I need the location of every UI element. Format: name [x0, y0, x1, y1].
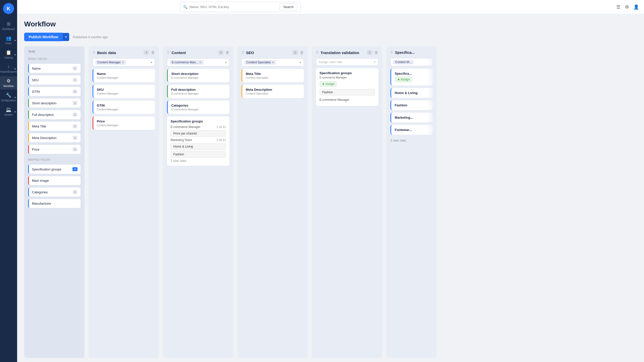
field-card-specifica-0[interactable]: Specifica... ★ Assign [390, 69, 433, 85]
page-content: Workflow Publish Workflow ▾ Published 4 … [17, 14, 644, 362]
sidebar-item-import-exports[interactable]: ↕ Import/Exports ▶ [0, 62, 17, 75]
sidebar-item-configuration[interactable]: 🔧 Configuration ▶ [0, 90, 17, 104]
task-field-meta-title[interactable]: Meta Title 1 [28, 122, 80, 131]
task-field-gtin[interactable]: GTIN 1 [28, 87, 80, 96]
delete-icon[interactable]: 🗑 [374, 50, 378, 55]
publish-workflow-btn[interactable]: Publish Workflow ▾ [24, 33, 69, 41]
basic-data-role-selector[interactable]: Content Manager ✕ ▾ [93, 58, 155, 66]
toolbar: Publish Workflow ▾ Published 4 months ag… [24, 33, 637, 41]
basic-data-column: ⠿ Basic data 4 🗑 Content Manager ✕ ▾ Nam… [89, 46, 159, 358]
topbar: 🔍 Search ☰ ⚙ 👤 [17, 0, 644, 14]
user-icon[interactable]: 👤 [633, 4, 639, 10]
specifica-column: ⠿ Specifica... Content M... Specifica...… [386, 46, 437, 358]
field-card-specifica-2[interactable]: Fashion [390, 100, 433, 110]
sidebar-item-label: Import/Exports [0, 70, 17, 73]
sidebar-item-label: System [4, 113, 13, 116]
spec-tag-price-per-channel[interactable]: Price per channel [171, 130, 226, 137]
field-card-full-desc[interactable]: Full description E-commerce Manager [167, 85, 229, 98]
content-column: ⠿ Content 4 🗑 E-commerce Man... ✕ ▾ Shor… [163, 46, 233, 358]
task-field-full-desc[interactable]: Full description 1 [28, 110, 80, 119]
publish-dropdown-button[interactable]: ▾ [63, 33, 69, 41]
field-card-name[interactable]: Name Content Manager [93, 69, 155, 82]
col-title-content: Content [172, 51, 216, 55]
task-field-main-image[interactable]: Main image [28, 176, 80, 185]
specifica-role-selector[interactable]: Content M... [390, 58, 433, 66]
mapped-fields-label: MAPPED FIELDS [28, 158, 80, 161]
page-title: Workflow [24, 20, 637, 28]
sidebar-item-users[interactable]: 👥 Users ▶ [0, 33, 17, 47]
assign-button[interactable]: ★ Assign [319, 81, 337, 87]
translation-validation-column: ⠿ Translation validation 1 🗑 Assign user… [312, 46, 382, 358]
sidebar-item-catalog[interactable]: 📋 Catalog ▶ [0, 48, 17, 61]
spec-sub-marketing: Marketing Team 2 of 11 [171, 138, 226, 142]
remove-role-icon[interactable]: ✕ [272, 61, 274, 64]
field-card-short-desc[interactable]: Short description E-commerce Manager [167, 69, 229, 82]
task-field-meta-desc[interactable]: Meta Description 1 [28, 133, 80, 142]
sidebar: K ⊞ Dashboard 👥 Users ▶ 📋 Catalog ▶ ↕ Im… [0, 0, 17, 362]
seo-role-selector[interactable]: Content Specialist ✕ ▾ [242, 58, 304, 66]
publish-main-button[interactable]: Publish Workflow [24, 33, 63, 41]
drag-handle-icon[interactable]: ⠿ [390, 51, 393, 55]
sidebar-item-label: Catalog [4, 56, 13, 59]
field-card-specifica-1[interactable]: Home & Living [390, 88, 433, 98]
col-count: 4 [218, 50, 223, 55]
spec-sub-ecommerce: E-commerce Manager 1 of 11 [171, 125, 226, 129]
field-card-price[interactable]: Price Content Manager [93, 116, 155, 130]
delete-icon[interactable]: 🗑 [300, 50, 304, 55]
drag-handle-icon[interactable]: ⠿ [167, 51, 170, 55]
drag-handle-icon[interactable]: ⠿ [93, 51, 95, 55]
chevron-down-icon: ▾ [374, 60, 376, 64]
sidebar-item-system[interactable]: 💻 System ▶ [0, 105, 17, 118]
chevron-right-icon: ▶ [15, 53, 16, 56]
delete-icon[interactable]: 🗑 [225, 50, 229, 55]
content-role-selector[interactable]: E-commerce Man... ✕ ▾ [167, 58, 229, 66]
spec-tag-home-living[interactable]: Home & Living [171, 143, 226, 150]
list-icon[interactable]: ☰ [616, 4, 620, 10]
task-field-price[interactable]: Price 1 [28, 145, 80, 154]
task-field-name[interactable]: Name 1 [28, 64, 80, 73]
col-title-translation: Translation validation [320, 51, 365, 55]
assign-btn-specifica[interactable]: ★ Assign [395, 76, 412, 82]
spec-tag-fashion[interactable]: Fashion [171, 151, 226, 158]
seo-col-header: ⠿ SEO 2 🗑 [242, 50, 304, 55]
search-box[interactable]: 🔍 Search [180, 2, 301, 12]
dashboard-icon: ⊞ [7, 21, 11, 27]
task-column: TASK BASIC FIELDS Name 1 SKU 1 GTIN 1 Sh… [24, 46, 85, 358]
remove-role-icon[interactable]: ✕ [199, 61, 202, 64]
main-container: 🔍 Search ☰ ⚙ 👤 Workflow Publish Workflow… [17, 0, 644, 362]
col-title-basic-data: Basic data [97, 51, 142, 55]
sidebar-item-dashboard[interactable]: ⊞ Dashboard [0, 19, 17, 32]
role-tag-content-manager: Content Manager ✕ [95, 60, 126, 65]
user-roles-link[interactable]: 2 user roles [171, 159, 226, 163]
settings-icon[interactable]: ⚙ [625, 4, 629, 10]
specifica-user-roles[interactable]: 2 user roles [390, 139, 433, 142]
assign-role-selector[interactable]: Assign user role ▾ [316, 58, 378, 66]
field-card-gtin[interactable]: GTIN Content Manager [93, 101, 155, 114]
topbar-right: ☰ ⚙ 👤 [616, 4, 639, 10]
delete-icon[interactable]: 🗑 [151, 50, 155, 55]
search-input[interactable] [189, 5, 277, 9]
drag-handle-icon[interactable]: ⠿ [316, 51, 318, 55]
sidebar-item-workflow[interactable]: ⚙ Workflow [0, 76, 17, 89]
task-label: TASK [28, 50, 80, 53]
field-card-specifica-3[interactable]: Marketing... [390, 113, 433, 122]
task-field-spec-groups[interactable]: Specification groups 3 [28, 165, 80, 174]
chevron-right-icon: ▶ [15, 96, 16, 98]
app-logo[interactable]: K [3, 3, 14, 14]
import-export-icon: ↕ [8, 64, 10, 69]
search-button[interactable]: Search [279, 4, 297, 10]
task-field-manufacturer[interactable]: Manufacturer [28, 199, 80, 208]
task-field-sku[interactable]: SKU 1 [28, 75, 80, 84]
field-card-meta-title[interactable]: Meta Title Content Specialist [242, 69, 304, 82]
field-card-sku[interactable]: SKU Content Manager [93, 85, 155, 98]
task-field-categories[interactable]: Categories 1 [28, 188, 80, 197]
drag-handle-icon[interactable]: ⠿ [242, 51, 244, 55]
field-card-categories[interactable]: Categories E-commerce Manager [167, 101, 229, 114]
task-field-short-desc[interactable]: Short description 1 [28, 99, 80, 108]
remove-role-icon[interactable]: ✕ [122, 61, 124, 64]
field-card-meta-desc[interactable]: Meta Description Content Specialist [242, 85, 304, 98]
field-card-specifica-4[interactable]: Footwear... [390, 125, 433, 135]
chevron-right-icon: ▶ [15, 110, 16, 113]
spec-tag-fashion-trans[interactable]: Fashion [319, 89, 375, 96]
chevron-down-icon: ▾ [151, 61, 152, 64]
